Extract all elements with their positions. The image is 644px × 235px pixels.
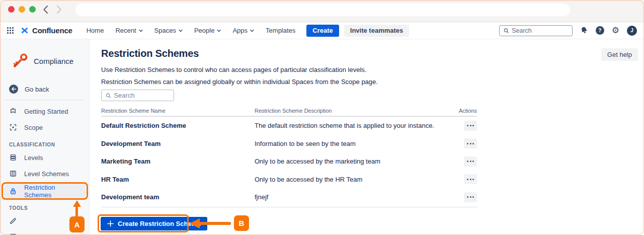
back-arrow-icon	[9, 85, 18, 94]
annotation-arrow-b-shaft	[199, 222, 231, 225]
plus-icon	[107, 220, 114, 227]
nav-home[interactable]: Home	[87, 27, 104, 34]
window-controls	[8, 6, 36, 13]
annotation-label-a: A	[69, 216, 85, 232]
scheme-description: The default restriction scheme that is a…	[255, 122, 464, 129]
user-avatar[interactable]: J	[627, 26, 637, 36]
browser-url-bar[interactable]	[75, 4, 570, 16]
intro-line-2: Restriction Schemes can be assigned glob…	[101, 78, 378, 86]
row-actions-button[interactable]	[464, 174, 477, 184]
scheme-description: Information to be seen by the team	[255, 140, 464, 147]
nav-spaces[interactable]: Spaces	[154, 27, 183, 34]
notifications-bell-icon[interactable]	[580, 26, 588, 35]
global-search-input[interactable]	[512, 27, 568, 34]
sidebar-item-label: Levels	[24, 154, 43, 162]
sidebar-item-level-schemes[interactable]: Level Schemes	[4, 166, 86, 182]
row-actions-button[interactable]	[464, 192, 477, 202]
chevron-down-icon	[250, 29, 254, 32]
scheme-name: HR Team	[101, 176, 255, 183]
invite-teammates-button[interactable]: Invite teammates	[344, 25, 410, 37]
confluence-logo-icon	[21, 27, 29, 34]
sidebar-item-getting-started[interactable]: Getting Started	[4, 103, 86, 119]
table-row: Development team fjnejf	[101, 188, 477, 206]
chevron-down-icon	[217, 29, 221, 32]
sidebar-item-label: Restriction Schemes	[24, 184, 80, 199]
row-actions-button[interactable]	[464, 156, 477, 167]
scheme-name: Default Restriction Scheme	[101, 122, 255, 129]
sidebar-item-label: Getting Started	[24, 108, 68, 115]
annotation-label-b: B	[234, 215, 249, 231]
more-actions-icon	[467, 143, 468, 144]
search-icon	[504, 28, 509, 34]
sidebar-item-scope[interactable]: Scope	[4, 119, 86, 135]
app-switcher-icon[interactable]	[7, 27, 14, 34]
scheme-name: Marketing Team	[101, 158, 255, 165]
more-actions-icon	[467, 125, 468, 126]
browser-chrome	[0, 0, 644, 22]
more-actions-icon	[467, 161, 468, 162]
zoom-window-button[interactable]	[29, 6, 36, 13]
nav-templates[interactable]: Templates	[266, 27, 295, 34]
scheme-description: Only to be accessed by the marketing tea…	[255, 158, 464, 165]
sidebar-item-label: Level Schemes	[24, 170, 69, 178]
nav-recent[interactable]: Recent	[115, 27, 142, 34]
chevron-down-icon	[139, 29, 143, 32]
more-actions-icon	[467, 179, 468, 180]
column-header-actions: Actions	[101, 108, 477, 114]
app-navbar: Confluence Home Recent Spaces People App…	[0, 22, 644, 39]
square-icon	[9, 233, 17, 235]
scheme-name: Development Team	[101, 140, 255, 147]
lock-icon	[9, 187, 17, 195]
table-row: Marketing Team Only to be accessed by th…	[101, 152, 477, 171]
get-help-button[interactable]: Get help	[601, 48, 638, 61]
scheme-description: fjnejf	[255, 193, 464, 201]
nav-apps[interactable]: Apps	[232, 27, 254, 34]
schemes-table: Default Restriction Scheme The default r…	[101, 117, 477, 206]
confluence-logo[interactable]: Confluence	[21, 26, 72, 35]
sidebar-section-tools: TOOLS	[9, 205, 28, 211]
help-icon[interactable]: ?	[596, 26, 604, 35]
row-actions-button[interactable]	[464, 138, 477, 148]
browser-back-icon[interactable]	[42, 5, 49, 15]
sidebar-item-label: Scope	[24, 124, 43, 131]
app-logo: Compliance	[11, 51, 73, 70]
go-back-button[interactable]: Go back	[9, 85, 49, 94]
table-row: Default Restriction Scheme The default r…	[101, 117, 477, 135]
scheme-search-input[interactable]	[114, 92, 170, 99]
brand-name: Confluence	[32, 26, 72, 35]
close-window-button[interactable]	[8, 6, 15, 13]
easel-flag-icon	[9, 107, 17, 115]
scheme-name: Development team	[101, 193, 255, 201]
sidebar-item-levels[interactable]: Levels	[4, 149, 86, 166]
key-icon	[11, 51, 29, 70]
search-icon	[106, 93, 111, 99]
settings-gear-icon[interactable]: ⚙	[612, 26, 619, 35]
minimize-window-button[interactable]	[19, 6, 25, 13]
chevron-down-icon	[179, 29, 183, 32]
levels-stack-icon	[9, 153, 17, 162]
sidebar-divider	[5, 100, 84, 100]
navbar-menu: Home Recent Spaces People Apps Templates	[87, 27, 296, 34]
nav-people[interactable]: People	[194, 27, 221, 34]
scheme-description: Only to be accessed by the HR Team	[255, 176, 464, 183]
scope-target-icon	[9, 123, 17, 131]
more-actions-icon	[467, 196, 468, 198]
sidebar-item-restriction-schemes[interactable]: Restriction Schemes	[4, 183, 86, 199]
row-actions-button[interactable]	[464, 121, 477, 131]
table-bottom-divider	[101, 207, 477, 207]
annotation-arrow-b-head	[190, 218, 200, 228]
scheme-search[interactable]	[101, 90, 174, 101]
intro-line-1: Use Restriction Schemes to control who c…	[101, 66, 366, 73]
pencil-icon	[9, 217, 17, 225]
page-title: Restriction Schemes	[101, 48, 199, 59]
browser-forward-icon[interactable]	[56, 5, 62, 15]
annotation-arrow-a-shaft	[75, 206, 78, 217]
app-name: Compliance	[34, 57, 73, 65]
create-button[interactable]: Create	[306, 25, 339, 37]
table-row: HR Team Only to be accessed by the HR Te…	[101, 171, 477, 189]
sidebar-section-classification: CLASSIFICATION	[9, 142, 55, 147]
table-row: Development Team Information to be seen …	[101, 135, 477, 153]
go-back-label: Go back	[25, 86, 49, 93]
global-search[interactable]	[499, 25, 573, 36]
columns-icon	[9, 170, 17, 178]
